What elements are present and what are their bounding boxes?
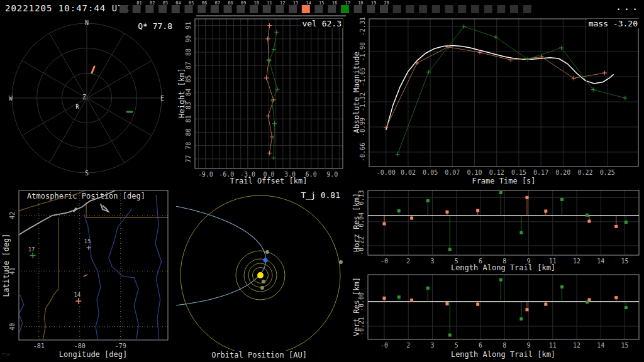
y-tick-label: 78 xyxy=(185,142,192,150)
y-tick-label: 91 xyxy=(185,22,192,30)
horz-res-x-axis-label: Length Along Trail [km] xyxy=(451,263,555,272)
orbit-content xyxy=(176,192,343,351)
x-tick-label: 0.07 xyxy=(445,169,460,176)
x-tick-label: 5 xyxy=(455,342,458,349)
series-line-station-14 xyxy=(267,26,274,153)
q-star-value: Q* 77.8 xyxy=(136,21,174,31)
frame-square-u3[interactable] xyxy=(419,5,427,13)
compass-north-label: N xyxy=(85,19,89,26)
frame-number-label: 05 xyxy=(189,1,194,6)
velocity-value: vel 62.3 xyxy=(301,19,343,28)
stem-marker-station-17 xyxy=(499,191,502,194)
frame-square-u2[interactable] xyxy=(406,5,414,13)
lake-erie-shoreline xyxy=(18,190,115,236)
frame-square-20[interactable] xyxy=(380,5,388,13)
frame-square-07[interactable] xyxy=(211,5,219,13)
frame-number-label: 14 xyxy=(306,1,311,6)
station-label-14: 14 xyxy=(74,292,80,298)
stem-marker-station-14 xyxy=(445,211,448,214)
x-tick-label: 0.12 xyxy=(489,169,504,176)
frame-square-11[interactable] xyxy=(263,5,271,13)
x-tick-label: 15 xyxy=(621,258,629,265)
frame-square-u10[interactable] xyxy=(510,5,518,13)
x-tick-label: 6 xyxy=(479,342,482,349)
x-tick-label: 11 xyxy=(549,342,557,349)
stem-marker-station-14 xyxy=(383,297,386,300)
frame-square-08[interactable] xyxy=(224,5,232,13)
x-tick-label: 15 xyxy=(621,342,629,349)
inland-lake xyxy=(101,204,108,211)
presque-isle-peninsula xyxy=(73,207,77,212)
stem-marker-station-17 xyxy=(586,214,589,217)
stem-marker-station-14 xyxy=(476,209,479,212)
frame-square-06[interactable] xyxy=(197,5,206,13)
x-tick-label: 3 xyxy=(431,258,435,265)
stem-marker-station-17 xyxy=(625,221,628,224)
frame-square-12[interactable] xyxy=(275,5,284,13)
ground-track-dash xyxy=(84,275,87,277)
x-tick-label: 14 xyxy=(597,258,604,265)
stem-marker-station-14 xyxy=(410,299,413,302)
magnitude-y-axis-label: Absolute Magnitude xyxy=(352,52,361,133)
plot-frame xyxy=(369,19,638,167)
frame-number-label: 20 xyxy=(384,1,389,6)
stem-marker-station-17 xyxy=(397,209,401,212)
frame-number-label: 01 xyxy=(136,1,142,6)
frame-square-u11[interactable] xyxy=(523,5,531,13)
frame-number-label: 18 xyxy=(358,1,363,6)
meteoroid-orbit-ellipse xyxy=(176,192,269,314)
x-tick-label: 12 xyxy=(573,258,580,265)
app-window: 20221205 10:47:44 UTC 010203040506070809… xyxy=(0,0,644,362)
stem-marker-station-17 xyxy=(426,199,430,202)
orbit-title: Orbital Position [AU] xyxy=(211,351,307,359)
magnitude-x-axis-label: Frame Time [s] xyxy=(472,177,535,185)
frame-square-05[interactable] xyxy=(185,5,193,13)
frame-square-19[interactable] xyxy=(367,5,375,13)
x-tick-label: -0.00 xyxy=(377,169,396,176)
frame-square-u9[interactable] xyxy=(497,5,505,13)
frame-square-14[interactable] xyxy=(302,5,310,13)
frame-square-13[interactable] xyxy=(289,5,297,13)
x-tick-label: 8 xyxy=(502,342,506,349)
frame-square-17[interactable] xyxy=(341,5,349,13)
x-tick-label: 0.15 xyxy=(511,169,526,176)
frame-square-02[interactable] xyxy=(145,5,153,13)
station-label-15: 15 xyxy=(84,238,91,244)
frame-square-u8[interactable] xyxy=(484,5,492,13)
frame-square-04[interactable] xyxy=(172,5,180,13)
x-tick-label: 9.0 xyxy=(326,171,338,178)
compass-west-label: W xyxy=(9,95,13,102)
stem-marker-station-17 xyxy=(625,306,628,309)
frame-square-15[interactable] xyxy=(315,5,323,13)
river xyxy=(109,209,138,339)
frame-square-18[interactable] xyxy=(354,5,362,13)
frame-square-10[interactable] xyxy=(250,5,258,13)
x-tick-label: -81 xyxy=(33,343,45,349)
y-tick-label: -2.31 xyxy=(359,18,366,36)
frame-square-03[interactable] xyxy=(158,5,167,13)
x-tick-label: 3 xyxy=(431,342,435,349)
series-line-fit-curve xyxy=(386,45,614,130)
frame-square-u0[interactable] xyxy=(119,5,128,13)
y-tick-label: 88 xyxy=(185,48,192,56)
panel-residuals: -0235689111214150.13-0.04-0.22-023568911… xyxy=(352,189,644,362)
stem-marker-station-14 xyxy=(544,303,547,306)
frame-square-u4[interactable] xyxy=(432,5,440,13)
frame-square-09[interactable] xyxy=(236,5,245,13)
earth-dot xyxy=(264,258,268,263)
frame-square-u7[interactable] xyxy=(471,5,479,13)
overflow-menu[interactable]: ... xyxy=(616,1,640,13)
x-tick-label: -9.0 xyxy=(198,171,213,178)
x-tick-label: 0.25 xyxy=(600,169,615,176)
frame-square-u1[interactable] xyxy=(393,5,401,13)
frame-square-u5[interactable] xyxy=(445,5,453,13)
planet-dot xyxy=(262,280,265,283)
frame-square-u6[interactable] xyxy=(458,5,466,13)
frame-square-01[interactable] xyxy=(133,5,141,13)
frame-square-16[interactable] xyxy=(328,5,336,13)
x-tick-label: 2 xyxy=(406,342,410,349)
stem-marker-station-14 xyxy=(544,209,547,212)
watermark: rjw xyxy=(2,352,10,357)
frame-number-label: 13 xyxy=(293,1,298,6)
x-tick-label: 0.17 xyxy=(533,169,548,176)
